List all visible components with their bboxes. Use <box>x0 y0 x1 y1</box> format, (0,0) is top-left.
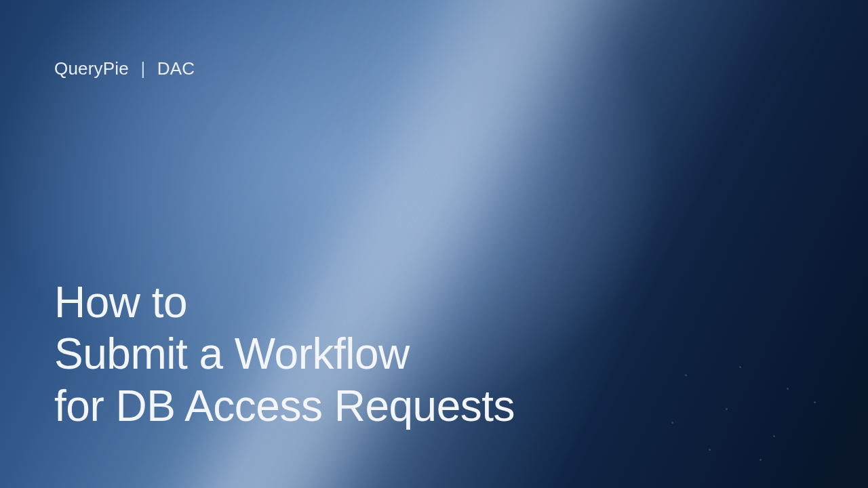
breadcrumb-separator: | <box>140 58 145 79</box>
breadcrumb-product: QueryPie <box>54 58 129 79</box>
decorative-dots <box>644 361 848 469</box>
title-line-3: for DB Access Requests <box>54 380 515 432</box>
breadcrumb-section: DAC <box>157 58 195 79</box>
title-line-2: Submit a Workflow <box>54 328 515 380</box>
breadcrumb: QueryPie | DAC <box>54 58 195 79</box>
page-title: How to Submit a Workflow for DB Access R… <box>54 277 515 432</box>
title-line-1: How to <box>54 277 515 329</box>
